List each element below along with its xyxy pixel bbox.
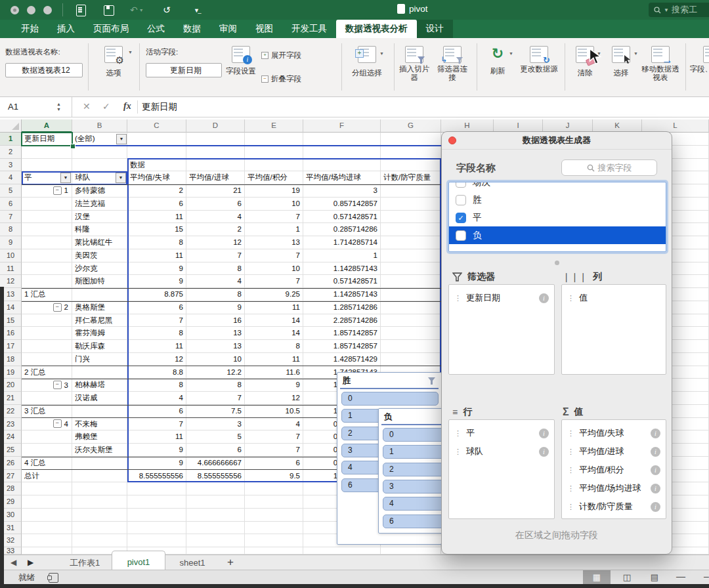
info-icon[interactable]: i	[539, 447, 549, 457]
insert-function-icon[interactable]: fx	[123, 101, 131, 112]
row-header-9[interactable]: 9	[0, 236, 22, 249]
collapse-group-icon[interactable]: −	[53, 186, 62, 195]
field-list[interactable]: 场次胜✓平负	[448, 182, 666, 252]
list-resize-handle[interactable]	[555, 261, 559, 265]
ribbon-tab-视图[interactable]: 视图	[246, 20, 282, 38]
insert-slicer-button[interactable]: 插入切片器	[398, 46, 431, 81]
sheet-tab-pivot1[interactable]: pivot1	[112, 551, 165, 570]
zoom-window-button[interactable]	[43, 6, 52, 14]
cell-B12[interactable]: 斯图加特	[72, 275, 127, 287]
filter-value-dropdown[interactable]: ▼	[116, 134, 127, 144]
values-item-平均值/失球[interactable]: ⋮平均值/失球i	[562, 424, 666, 442]
group-cell-1[interactable]: −1	[22, 184, 72, 197]
drag-handle-icon[interactable]: ⋮	[567, 484, 574, 493]
info-icon[interactable]: i	[651, 502, 660, 512]
select-all-corner[interactable]	[0, 119, 22, 133]
move-pivottable-button[interactable]: → 移动数据透视表	[638, 46, 683, 81]
ribbon-tab-数据[interactable]: 数据	[174, 20, 210, 38]
field-settings-button[interactable]: i 字段设置	[226, 46, 256, 75]
field-checkbox-胜[interactable]	[456, 195, 466, 205]
cell-A19[interactable]: 2 汇总	[22, 366, 127, 379]
row-header-11[interactable]: 11	[0, 262, 22, 276]
sheet-tab-工作表1[interactable]: 工作表1	[58, 555, 112, 570]
collapse-group-icon[interactable]: −	[53, 303, 62, 312]
column-header-F[interactable]: F	[303, 119, 381, 133]
cell-B14[interactable]: 奥格斯堡	[72, 301, 127, 314]
values-item-平均值/场均进球[interactable]: ⋮平均值/场均进球i	[562, 479, 666, 497]
info-icon[interactable]: i	[651, 465, 660, 475]
row-header-2[interactable]: 2	[0, 146, 22, 159]
refresh-button[interactable]: ↻ ▼ 刷新	[481, 46, 515, 75]
values-item-平均值/进球[interactable]: ⋮平均值/进球i	[562, 442, 666, 461]
ribbon-tab-设计[interactable]: 设计	[417, 20, 453, 38]
cell-B18[interactable]: 门兴	[72, 353, 127, 366]
group-cell-2[interactable]: −2	[22, 301, 72, 314]
column-header-J[interactable]: J	[543, 119, 593, 133]
page-layout-view-icon[interactable]: ◫	[613, 570, 641, 584]
column-header-I[interactable]: I	[494, 119, 543, 133]
collapse-group-icon[interactable]: −	[53, 381, 62, 389]
ribbon-tab-审阅[interactable]: 审阅	[210, 20, 246, 38]
ribbon-tab-公式[interactable]: 公式	[138, 20, 174, 38]
field-item-平[interactable]: ✓平	[449, 209, 666, 226]
pivot-name-input[interactable]: 数据透视表12	[5, 63, 83, 77]
column-header-K[interactable]: K	[593, 119, 642, 133]
field-checkbox-负[interactable]	[456, 230, 466, 241]
filters-area[interactable]: ⋮更新日期i	[448, 284, 555, 375]
group-cell-4[interactable]: −4	[22, 418, 72, 430]
minimize-window-button[interactable]	[27, 6, 35, 14]
normal-view-icon[interactable]: ▦	[583, 570, 611, 584]
row-header-8[interactable]: 8	[0, 223, 22, 236]
field-checkbox-场次[interactable]	[456, 182, 466, 188]
columns-item-值[interactable]: ⋮值	[562, 289, 666, 307]
info-icon[interactable]: i	[651, 484, 660, 494]
field-item-胜[interactable]: 胜	[449, 191, 666, 209]
formula-content[interactable]: 更新日期	[142, 97, 177, 117]
fill-handle[interactable]	[70, 144, 75, 149]
cell-B10[interactable]: 美因茨	[72, 249, 127, 262]
drag-handle-icon[interactable]: ⋮	[567, 294, 574, 303]
row-header-5[interactable]: 5	[0, 184, 22, 198]
enter-icon[interactable]: ✓	[102, 101, 110, 112]
ribbon-tab-页面布局[interactable]: 页面布局	[84, 20, 138, 38]
redo-icon[interactable]: ↺	[163, 3, 171, 16]
drag-handle-icon[interactable]: ⋮	[454, 294, 462, 303]
slicer-胜-item-0[interactable]: 0	[341, 392, 439, 406]
drag-handle-icon[interactable]: ⋮	[567, 503, 574, 511]
group-cell-3[interactable]: −3	[22, 379, 72, 391]
row-header-6[interactable]: 6	[0, 198, 22, 211]
options-button[interactable]: ⚙ ▼ 选项	[93, 46, 134, 77]
info-icon[interactable]: i	[651, 447, 660, 457]
field-checkbox-平[interactable]: ✓	[456, 213, 466, 223]
collapse-field-button[interactable]: −折叠字段	[261, 72, 301, 85]
cell-A26[interactable]: 4 汇总	[22, 457, 127, 469]
cancel-icon[interactable]: ✕	[83, 101, 91, 112]
field-search-input[interactable]: 搜索字段	[561, 159, 657, 176]
namebox-stepper-icon[interactable]: ▲▼	[56, 102, 61, 112]
row-header-1[interactable]: 1	[0, 133, 22, 146]
macro-record-icon[interactable]	[49, 573, 58, 583]
cell-B6[interactable]: 法兰克福	[72, 198, 127, 210]
values-item-计数/防守质量[interactable]: ⋮计数/防守质量i	[562, 497, 666, 516]
new-document-icon[interactable]	[76, 5, 86, 16]
cell-B17[interactable]: 勒沃库森	[72, 340, 127, 352]
next-sheet-icon[interactable]: ▶	[28, 558, 33, 567]
drag-handle-icon[interactable]: ⋮	[454, 429, 462, 438]
drag-handle-icon[interactable]: ⋮	[567, 429, 574, 438]
column-header-B[interactable]: B	[72, 119, 127, 133]
column-header-E[interactable]: E	[245, 119, 303, 133]
zoom-out-icon[interactable]: —	[676, 571, 685, 581]
change-data-source-button[interactable]: ↻ 更改数据源	[519, 46, 559, 74]
cell-B21[interactable]: 汉诺威	[72, 392, 127, 404]
toolbar-options-icon[interactable]: ▼̲	[194, 3, 200, 18]
column-header-A[interactable]: A	[22, 119, 72, 133]
column-header-H[interactable]: H	[441, 119, 494, 133]
info-icon[interactable]: i	[539, 429, 549, 438]
save-icon[interactable]	[104, 5, 114, 16]
slicer-filter-icon[interactable]	[427, 377, 436, 385]
column-header-L[interactable]: L	[642, 119, 709, 133]
cell-B9[interactable]: 莱比锡红牛	[72, 236, 127, 249]
column-header-D[interactable]: D	[186, 119, 245, 133]
cell-B5[interactable]: 多特蒙德	[72, 184, 127, 197]
rows-area[interactable]: ⋮平i⋮球队i	[448, 419, 555, 519]
